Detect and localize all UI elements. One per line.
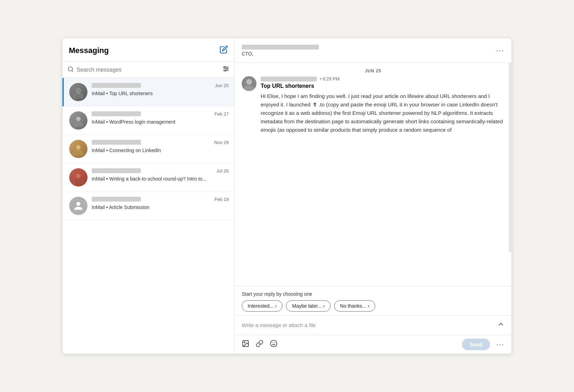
- conv-date-2: Feb 27: [215, 111, 229, 117]
- reply-option-no-thanks[interactable]: No thanks... ›: [334, 300, 375, 312]
- scrollbar[interactable]: [509, 63, 511, 252]
- message-item-1: • 6:29 PM Top URL shorteners Hi Elise, I…: [242, 76, 504, 134]
- compose-icon[interactable]: [220, 45, 228, 56]
- right-panel: CTO, ··· JUN 25 • 6:29 PM: [235, 38, 511, 354]
- message-subject: Top URL shorteners: [261, 83, 504, 89]
- search-bar: [63, 62, 234, 78]
- conv-top-row-5: Feb 19: [92, 197, 229, 203]
- conv-date-4: Jul 26: [216, 168, 229, 174]
- message-meta: • 6:29 PM: [261, 76, 504, 81]
- filter-icon[interactable]: [222, 65, 229, 74]
- conv-top-row-4: Jul 26: [92, 168, 229, 175]
- avatar-4: [69, 168, 87, 187]
- svg-point-29: [246, 79, 252, 85]
- conv-preview-5: InMail • Article Submission: [92, 204, 229, 211]
- link-icon[interactable]: [256, 340, 263, 349]
- message-time: • 6:29 PM: [320, 76, 340, 81]
- svg-point-9: [224, 66, 225, 67]
- toolbar-more-icon[interactable]: ···: [496, 340, 504, 348]
- avatar-3: [69, 140, 87, 158]
- conversation-list: Jun 25 InMail • Top URL shorteners: [63, 78, 234, 354]
- conversation-item-4[interactable]: Jul 26 InMail • Writing a back-to-school…: [63, 163, 234, 192]
- person-icon: [73, 201, 83, 211]
- reply-options: Interested... › Maybe later... › No than…: [242, 300, 504, 312]
- date-divider: JUN 25: [242, 63, 504, 76]
- conv-content-3: Nov 29 InMail • Connecting on LinkedIn: [92, 140, 229, 154]
- reply-prompt: Start your reply by choosing one: [242, 291, 504, 297]
- search-icon: [67, 66, 74, 74]
- conv-date-5: Feb 19: [215, 197, 229, 202]
- conv-name-blur-2: [92, 111, 141, 116]
- svg-point-26: [77, 174, 80, 178]
- svg-point-11: [225, 70, 226, 71]
- conv-content-2: Feb 27 InMail • WordPress login manageme…: [92, 111, 229, 126]
- svg-point-14: [76, 89, 80, 93]
- emoji-icon[interactable]: [270, 340, 278, 349]
- collapse-icon[interactable]: [497, 321, 504, 329]
- reply-suggestions: Start your reply by choosing one Interes…: [235, 286, 511, 315]
- conversation-item-2[interactable]: Feb 27 InMail • WordPress login manageme…: [63, 106, 234, 135]
- conv-content-5: Feb 19 InMail • Article Submission: [92, 197, 229, 211]
- right-header-info: CTO,: [242, 45, 319, 57]
- conv-date-1: Jun 25: [215, 83, 229, 88]
- reply-option-interested[interactable]: Interested... ›: [242, 300, 282, 312]
- conv-top-row-3: Nov 29: [92, 140, 229, 146]
- svg-point-10: [227, 68, 228, 69]
- conversation-item-1[interactable]: Jun 25 InMail • Top URL shorteners: [63, 78, 234, 106]
- conv-top-row-2: Feb 27: [92, 111, 229, 118]
- svg-point-33: [270, 340, 277, 347]
- conversation-item-3[interactable]: Nov 29 InMail • Connecting on LinkedIn: [63, 135, 234, 163]
- conv-name-blur-4: [92, 168, 141, 173]
- conv-date-3: Nov 29: [214, 140, 229, 145]
- compose-placeholder[interactable]: Write a message or attach a file: [242, 322, 316, 328]
- send-button[interactable]: Send: [462, 339, 490, 350]
- sender-name-blur: [261, 77, 317, 81]
- left-header: Messaging: [63, 38, 234, 62]
- conv-preview-1: InMail • Top URL shorteners: [92, 90, 229, 97]
- message-text: Hi Elise, I hope I am finding you well. …: [261, 92, 504, 134]
- message-avatar: [242, 76, 256, 91]
- svg-line-1: [72, 70, 73, 71]
- left-panel: Messaging: [63, 38, 235, 354]
- right-header: CTO, ···: [235, 38, 511, 63]
- svg-point-22: [77, 145, 80, 149]
- compose-area: Write a message or attach a file: [235, 315, 511, 335]
- conv-name-blur-3: [92, 140, 141, 145]
- reply-option-maybe-later[interactable]: Maybe later... ›: [286, 300, 331, 312]
- avatar-1: [69, 83, 87, 101]
- conversation-item-5[interactable]: Feb 19 InMail • Article Submission: [63, 192, 234, 220]
- app-container: Messaging: [62, 38, 512, 354]
- svg-point-18: [76, 117, 80, 121]
- conv-preview-4: InMail • Writing a back-to-school round-…: [92, 176, 229, 183]
- conv-name-blur-5: [92, 197, 141, 202]
- avatar-5: [69, 197, 87, 215]
- conv-preview-2: InMail • WordPress login management: [92, 119, 229, 126]
- messaging-title: Messaging: [69, 46, 109, 55]
- message-body: • 6:29 PM Top URL shorteners Hi Elise, I…: [261, 76, 504, 134]
- image-attachment-icon[interactable]: [242, 340, 249, 349]
- avatar-2: [69, 111, 87, 130]
- conv-content-4: Jul 26 InMail • Writing a back-to-school…: [92, 168, 229, 183]
- svg-point-32: [244, 342, 245, 343]
- conv-name-blur-1: [92, 83, 141, 88]
- search-input[interactable]: [77, 67, 220, 73]
- conv-preview-3: InMail • Connecting on LinkedIn: [92, 147, 229, 154]
- header-name-blur: [242, 45, 319, 50]
- conv-top-row-1: Jun 25: [92, 83, 229, 89]
- more-options-icon[interactable]: ···: [496, 46, 504, 55]
- messages-area: JUN 25 • 6:29 PM Top URL shorteners H: [235, 63, 511, 286]
- compose-toolbar: Send ···: [235, 335, 511, 354]
- header-title: CTO,: [242, 51, 319, 57]
- conv-content-1: Jun 25 InMail • Top URL shorteners: [92, 83, 229, 97]
